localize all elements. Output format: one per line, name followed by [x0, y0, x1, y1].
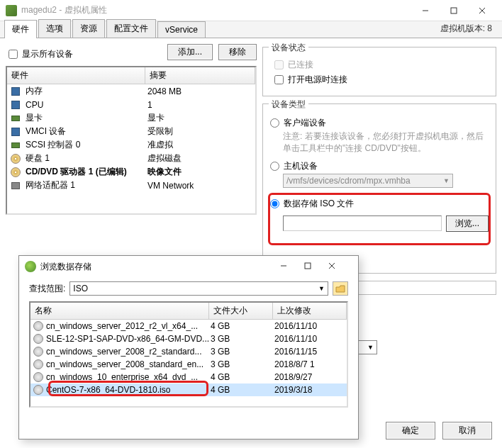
iso-file-icon — [33, 385, 43, 395]
disk-icon — [10, 153, 21, 164]
iso-file-icon — [33, 359, 43, 369]
file-row[interactable]: cn_windows_10_enterprise_x64_dvd_... 4 G… — [30, 371, 347, 383]
remove-button[interactable]: 移除 — [218, 44, 257, 60]
host-device-radio[interactable]: 主机设备 — [270, 160, 489, 172]
cancel-button[interactable]: 取消 — [442, 422, 492, 439]
iso-file-icon — [33, 334, 43, 344]
scope-combo[interactable]: ISO▼ — [69, 281, 328, 296]
chevron-down-icon: ▼ — [367, 344, 374, 351]
tab-bar: 硬件 选项 资源 配置文件 vService 虚拟机版本: 8 — [0, 21, 502, 38]
hardware-table: 硬件 摘要 内存 2048 MB CPU 1 显卡 显卡 VMCI 设备 受限制… — [6, 66, 257, 215]
cpu-icon — [10, 99, 21, 111]
ok-button[interactable]: 确定 — [386, 422, 435, 439]
folder-up-button[interactable] — [333, 281, 348, 296]
show-all-devices-checkbox[interactable]: 显示所有设备 — [9, 48, 73, 60]
connected-checkbox[interactable]: 已连接 — [274, 59, 489, 71]
hw-row[interactable]: CD/DVD 驱动器 1 (已编辑) 映像文件 — [7, 165, 255, 179]
tab-hardware[interactable]: 硬件 — [4, 20, 37, 38]
hw-row[interactable]: 网络适配器 1 VM Network — [7, 179, 255, 192]
dialog-title: 浏览数据存储 — [40, 261, 280, 273]
maximize-button[interactable] — [440, 0, 468, 21]
tab-resources[interactable]: 资源 — [72, 19, 105, 38]
dlg-maximize-button[interactable] — [304, 262, 328, 271]
hw-header-hardware[interactable]: 硬件 — [7, 67, 145, 84]
iso-file-radio[interactable]: 数据存储 ISO 文件 — [270, 198, 489, 210]
video-icon — [10, 113, 21, 124]
memory-icon — [10, 86, 21, 97]
hw-row[interactable]: 显卡 显卡 — [7, 111, 255, 125]
poweron-checkbox[interactable]: 打开电源时连接 — [274, 74, 489, 86]
file-row[interactable]: cn_windows_server_2008_standard_en... 3 … — [30, 358, 347, 371]
host-path-combo: /vmfs/devices/cdrom/mpx.vmhba▼ — [283, 174, 453, 188]
iso-file-icon — [33, 347, 43, 357]
iso-path-input[interactable] — [283, 215, 442, 231]
file-list: 名称 文件大小 上次修改 cn_windows_server_2012_r2_v… — [29, 301, 348, 408]
browse-datastore-dialog: 浏览数据存储 查找范围: ISO▼ 名称 文件大小 上次修改 cn_window… — [18, 255, 359, 439]
chevron-down-icon: ▼ — [318, 285, 325, 292]
svg-rect-5 — [305, 263, 311, 269]
hw-row[interactable]: 内存 2048 MB — [7, 84, 255, 98]
fl-header-name[interactable]: 名称 — [30, 303, 209, 319]
tab-vservice[interactable]: vService — [157, 21, 206, 38]
chevron-down-icon: ▼ — [443, 177, 450, 184]
hw-row[interactable]: 硬盘 1 虚拟磁盘 — [7, 152, 255, 165]
vmci-icon — [10, 126, 21, 138]
window-title: magedu2 - 虚拟机属性 — [21, 4, 411, 16]
tab-profiles[interactable]: 配置文件 — [106, 19, 156, 38]
file-row[interactable]: cn_windows_server_2008_r2_standard... 3 … — [30, 345, 347, 358]
hw-header-summary[interactable]: 摘要 — [145, 67, 255, 84]
add-button[interactable]: 添加... — [167, 44, 213, 60]
browse-button[interactable]: 浏览... — [446, 215, 489, 232]
fl-header-size[interactable]: 文件大小 — [209, 303, 273, 319]
net-icon — [10, 180, 21, 191]
device-status-group: 设备状态 已连接 打开电源时连接 — [262, 47, 496, 96]
datastore-icon — [25, 261, 36, 272]
hw-row[interactable]: CPU 1 — [7, 98, 255, 111]
cd-icon — [10, 167, 21, 178]
iso-file-icon — [33, 372, 43, 382]
tab-options[interactable]: 选项 — [38, 19, 71, 38]
file-row[interactable]: cn_windows_server_2012_r2_vl_x64_... 4 G… — [30, 320, 347, 332]
iso-file-icon — [33, 321, 43, 331]
fl-header-date[interactable]: 上次修改 — [273, 303, 347, 319]
dlg-close-button[interactable] — [328, 262, 352, 271]
client-device-radio[interactable]: 客户端设备 — [270, 117, 489, 129]
scope-label: 查找范围: — [29, 283, 65, 295]
minimize-button[interactable] — [411, 0, 440, 21]
main-titlebar: magedu2 - 虚拟机属性 — [0, 0, 502, 21]
file-row[interactable]: SLE-12-SP1-SAP-DVD-x86_64-GM-DVD... 3 GB… — [30, 332, 347, 345]
show-all-devices-input[interactable] — [9, 50, 18, 59]
dlg-minimize-button[interactable] — [280, 262, 304, 271]
client-note: 注意: 若要连接该设备，您必须打开虚拟机电源，然后单击工具栏中的"连接 CD/D… — [283, 130, 489, 155]
scsi-icon — [10, 140, 21, 151]
device-type-group: 设备类型 客户端设备 注意: 若要连接该设备，您必须打开虚拟机电源，然后单击工具… — [262, 103, 496, 274]
app-icon — [6, 5, 17, 16]
file-row[interactable]: CentOS-7-x86_64-DVD-1810.iso 4 GB 2019/3… — [30, 383, 347, 396]
hw-row[interactable]: SCSI 控制器 0 准虚拟 — [7, 138, 255, 152]
svg-rect-1 — [451, 8, 457, 13]
hw-row[interactable]: VMCI 设备 受限制 — [7, 125, 255, 138]
close-button[interactable] — [468, 0, 496, 21]
vm-version-label: 虚拟机版本: 8 — [435, 20, 498, 38]
